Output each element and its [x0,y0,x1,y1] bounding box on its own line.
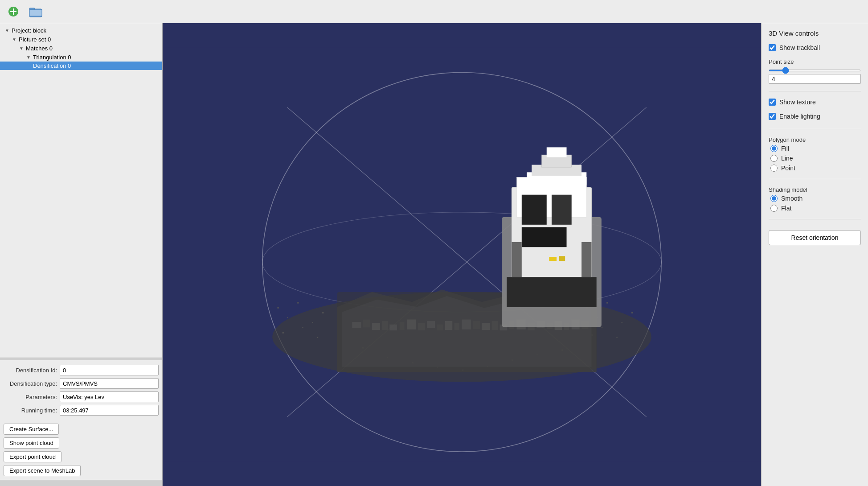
point-size-slider[interactable] [769,70,861,71]
reset-orientation-button[interactable]: Reset orientation [769,230,861,245]
densification-id-input[interactable] [60,365,159,375]
tree-item-picture-set[interactable]: Picture set 0 [0,35,162,44]
svg-rect-53 [473,321,480,329]
show-texture-label: Show texture [779,99,816,106]
svg-rect-22 [606,302,608,303]
polygon-point-radio[interactable] [770,165,778,172]
enable-lighting-checkbox[interactable] [769,113,776,120]
svg-rect-50 [445,321,452,330]
densification-type-label: Densification type: [4,380,57,387]
properties-panel: Densification Id: Densification type: Pa… [0,360,162,420]
export-point-cloud-button[interactable]: Export point cloud [4,451,61,462]
svg-rect-76 [549,257,557,261]
tree-item-project[interactable]: Project: block [0,26,162,35]
tree-item-matches[interactable]: Matches 0 [0,44,162,53]
add-button[interactable] [4,3,23,21]
shading-smooth-row: Smooth [770,195,861,202]
running-time-input[interactable] [60,405,159,416]
svg-rect-44 [389,325,397,330]
densification-id-label: Densification Id: [4,367,57,374]
point-size-input[interactable] [769,74,861,84]
parameters-label: Parameters: [4,394,57,400]
svg-rect-12 [277,307,278,309]
tree-item-triangulation[interactable]: Triangulation 0 [0,53,162,62]
shading-flat-radio[interactable] [770,205,778,212]
svg-rect-2 [10,11,16,12]
svg-rect-4 [29,8,35,10]
polygon-line-radio[interactable] [770,155,778,162]
tree-item-densification[interactable]: Densification 0 [0,62,162,70]
svg-rect-5 [29,10,42,16]
shading-flat-label: Flat [781,205,791,212]
svg-rect-69 [522,195,547,225]
polygon-mode-section: Polygon mode Fill Line Point [769,136,861,172]
tree-label-densification: Densification 0 [33,62,71,69]
svg-rect-45 [400,322,405,330]
tree-arrow-triangulation [25,54,32,61]
svg-rect-52 [462,319,471,329]
svg-rect-18 [283,332,284,333]
svg-rect-17 [302,327,303,328]
show-point-cloud-button[interactable]: Show point cloud [4,437,59,449]
shading-smooth-label: Smooth [781,195,802,202]
svg-rect-46 [407,319,416,329]
prop-row-running-time: Running time: [4,405,159,416]
sidebar-horizontal-scrollbar[interactable] [0,480,162,486]
svg-rect-40 [352,322,361,328]
svg-rect-49 [437,325,443,330]
shading-model-group: Smooth Flat [770,195,861,212]
shading-smooth-radio[interactable] [770,195,778,202]
tree-label-picture-set: Picture set 0 [19,36,51,43]
tree-label-triangulation: Triangulation 0 [33,54,71,61]
show-texture-checkbox[interactable] [769,99,776,106]
svg-rect-14 [297,302,299,303]
svg-rect-43 [382,321,388,330]
open-button[interactable] [26,3,45,21]
show-trackball-row: Show trackball [769,44,861,51]
show-texture-row: Show texture [769,99,861,106]
create-surface-button[interactable]: Create Surface... [4,424,59,435]
viewport-3d[interactable] [163,23,761,486]
svg-rect-19 [317,337,318,338]
point-size-label: Point size [769,58,861,65]
svg-rect-51 [454,323,459,330]
point-size-section: Point size [769,58,861,84]
enable-lighting-row: Enable lighting [769,113,861,120]
svg-rect-55 [492,321,498,330]
enable-lighting-label: Enable lighting [779,113,820,120]
tree-label-matches: Matches 0 [26,45,53,52]
svg-rect-13 [287,317,288,318]
svg-rect-6 [163,48,761,462]
divider-4 [769,219,861,219]
right-panel: 3D View controls Show trackball Point si… [761,23,868,486]
polygon-fill-radio[interactable] [770,145,778,152]
svg-rect-54 [482,323,490,330]
polygon-point-label: Point [781,165,795,172]
svg-rect-78 [507,277,596,307]
polygon-point-row: Point [770,165,861,172]
running-time-label: Running time: [4,407,57,414]
prop-row-params: Parameters: [4,391,159,402]
tree-arrow-matches [18,45,25,52]
svg-rect-24 [631,312,633,313]
svg-rect-71 [522,227,567,247]
tree-arrow-project [4,27,11,34]
svg-rect-27 [616,337,617,338]
divider-2 [769,129,861,129]
svg-rect-77 [559,256,565,261]
sidebar: Project: block Picture set 0 Matches 0 T… [0,23,163,486]
svg-rect-79 [512,242,521,277]
polygon-fill-label: Fill [781,145,789,152]
densification-type-input[interactable] [60,378,159,389]
polygon-line-row: Line [770,155,861,162]
svg-rect-23 [622,322,622,323]
svg-rect-70 [552,195,572,225]
show-trackball-checkbox[interactable] [769,44,776,51]
shading-model-section: Shading model Smooth Flat [769,186,861,212]
svg-rect-42 [372,323,380,330]
svg-rect-25 [602,327,602,328]
parameters-input[interactable] [60,391,159,402]
export-meshlab-button[interactable]: Export scene to MeshLab [4,465,81,476]
toolbar [0,0,868,23]
tree-panel: Project: block Picture set 0 Matches 0 T… [0,23,162,358]
